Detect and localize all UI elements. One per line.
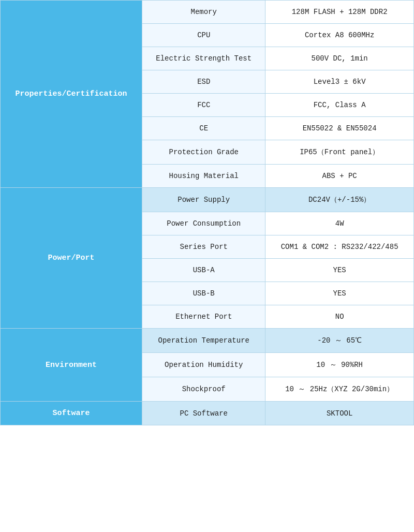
value-cell: ABS + PC <box>265 165 414 188</box>
value-cell: -20 ～ 65℃ <box>265 329 414 353</box>
value-cell: 10 ～ 25Hz（XYZ 2G/30min） <box>265 377 414 402</box>
value-cell: YES <box>265 259 414 282</box>
value-cell: FCC, Class A <box>265 94 414 117</box>
value-cell: 10 ～ 90%RH <box>265 353 414 377</box>
property-cell: FCC <box>142 94 265 117</box>
property-cell: CPU <box>142 24 265 47</box>
property-cell: Housing Material <box>142 165 265 188</box>
property-cell: Shockproof <box>142 377 265 402</box>
property-cell: CE <box>142 117 265 140</box>
property-cell: ESD <box>142 70 265 94</box>
value-cell: IP65（Front panel） <box>265 140 414 165</box>
table-row: EnvironmentOperation Temperature-20 ～ 65… <box>1 329 414 353</box>
property-cell: Power Consumption <box>142 212 265 235</box>
property-cell: USB-B <box>142 282 265 305</box>
value-cell: Level3 ± 6kV <box>265 70 414 94</box>
value-cell: 128M FLASH + 128M DDR2 <box>265 1 414 24</box>
property-cell: Electric Strength Test <box>142 47 265 70</box>
specs-table: Properties/CertificationMemory128M FLASH… <box>0 0 414 425</box>
value-cell: EN55022 & EN55024 <box>265 117 414 140</box>
value-cell: YES <box>265 282 414 305</box>
value-cell: DC24V（+/-15%） <box>265 188 414 212</box>
category-cell-3: Software <box>1 402 142 425</box>
value-cell: Cortex A8 600MHz <box>265 24 414 47</box>
category-cell-1: Power/Port <box>1 188 142 329</box>
property-cell: Memory <box>142 1 265 24</box>
table-row: SoftwarePC SoftwareSKTOOL <box>1 402 414 425</box>
property-cell: Operation Temperature <box>142 329 265 353</box>
property-cell: Ethernet Port <box>142 305 265 329</box>
category-cell-0: Properties/Certification <box>1 1 142 188</box>
table-row: Properties/CertificationMemory128M FLASH… <box>1 1 414 24</box>
table-row: Power/PortPower SupplyDC24V（+/-15%） <box>1 188 414 212</box>
value-cell: COM1 & COM2 : RS232/422/485 <box>265 235 414 259</box>
property-cell: USB-A <box>142 259 265 282</box>
property-cell: Series Port <box>142 235 265 259</box>
property-cell: Protection Grade <box>142 140 265 165</box>
value-cell: 4W <box>265 212 414 235</box>
property-cell: Power Supply <box>142 188 265 212</box>
value-cell: SKTOOL <box>265 402 414 425</box>
value-cell: 500V DC, 1min <box>265 47 414 70</box>
category-cell-2: Environment <box>1 329 142 402</box>
property-cell: Operation Humidity <box>142 353 265 377</box>
property-cell: PC Software <box>142 402 265 425</box>
value-cell: NO <box>265 305 414 329</box>
